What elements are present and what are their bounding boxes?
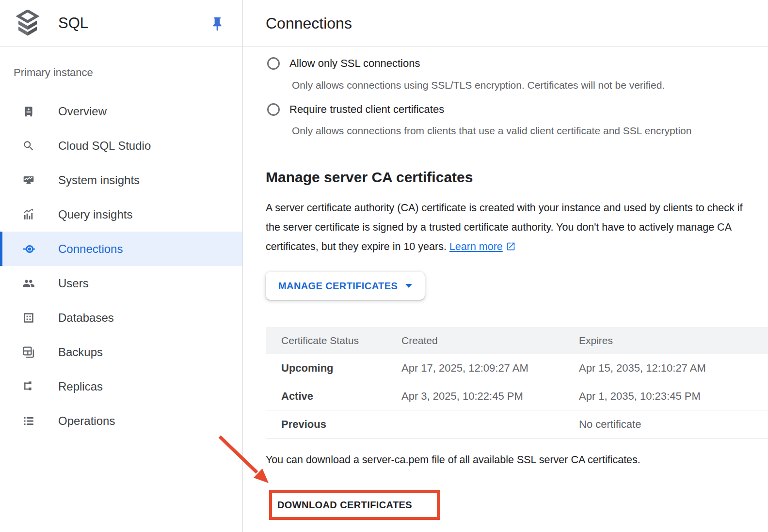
sidebar-header: SQL <box>0 0 242 47</box>
annotation-highlight-box: DOWNLOAD CERTIFICATES <box>269 490 440 520</box>
cert-expires: No certificate <box>579 418 768 431</box>
sidebar-item-label: Cloud SQL Studio <box>58 139 151 153</box>
query-insights-icon <box>22 208 35 221</box>
backups-icon <box>22 346 35 359</box>
cert-status: Upcoming <box>266 362 401 375</box>
table-row: Previous No certificate <box>266 410 768 438</box>
radio-description: Only allows connections from clients tha… <box>292 125 691 137</box>
manage-certificates-button[interactable]: MANAGE CERTIFICATES <box>266 272 425 300</box>
system-insights-icon <box>22 174 35 187</box>
main-content: Connections Allow only SSL connections O… <box>243 0 768 532</box>
open-in-new-icon <box>506 241 516 251</box>
cloud-sql-logo-icon <box>15 10 41 37</box>
sidebar-item-operations[interactable]: Operations <box>0 404 242 438</box>
cert-expires: Apr 15, 2035, 12:10:27 AM <box>579 362 768 375</box>
sidebar-item-label: Users <box>58 277 89 290</box>
column-header-expires: Expires <box>579 335 768 346</box>
cloud-sql-connections-page: { "app": { "title": "SQL" }, "sidebar": … <box>0 0 768 532</box>
sidebar-item-users[interactable]: Users <box>0 266 242 300</box>
cert-created: Apr 17, 2025, 12:09:27 AM <box>401 362 579 375</box>
databases-icon <box>22 312 35 324</box>
sidebar-item-databases[interactable]: Databases <box>0 300 242 335</box>
sidebar-item-replicas[interactable]: Replicas <box>0 369 242 404</box>
sidebar-item-label: Replicas <box>58 380 103 393</box>
download-note: You can download a server-ca.pem file of… <box>266 454 640 466</box>
sidebar: SQL Primary instance Overview <box>0 0 243 532</box>
table-header-row: Certificate Status Created Expires <box>266 327 768 354</box>
sidebar-item-label: Overview <box>58 105 107 118</box>
download-certificates-button[interactable]: DOWNLOAD CERTIFICATES <box>272 493 437 517</box>
table-row: Upcoming Apr 17, 2025, 12:09:27 AM Apr 1… <box>266 354 768 382</box>
radio-circle-icon[interactable] <box>267 57 280 70</box>
sidebar-nav: Overview Cloud SQL Studio System insight… <box>0 94 242 438</box>
sidebar-item-cloud-sql-studio[interactable]: Cloud SQL Studio <box>0 128 242 163</box>
cert-created: Apr 3, 2025, 10:22:45 PM <box>401 390 579 403</box>
sidebar-item-backups[interactable]: Backups <box>0 335 242 369</box>
column-header-status: Certificate Status <box>266 335 401 346</box>
sidebar-item-query-insights[interactable]: Query insights <box>0 197 242 232</box>
app-title: SQL <box>58 15 88 32</box>
replicas-icon <box>22 380 35 393</box>
learn-more-link[interactable]: Learn more <box>449 241 516 252</box>
radio-require-trusted-certs[interactable]: Require trusted client certificates <box>267 103 444 116</box>
manage-ca-heading: Manage server CA certificates <box>266 169 473 186</box>
page-title: Connections <box>266 15 352 32</box>
sidebar-item-label: Query insights <box>58 208 132 221</box>
page-header: Connections <box>243 0 768 47</box>
column-header-created: Created <box>401 335 579 346</box>
sidebar-item-label: Operations <box>58 414 115 428</box>
sidebar-item-label: Backups <box>58 345 103 359</box>
users-icon <box>22 277 35 290</box>
sidebar-section-label: Primary instance <box>14 66 242 79</box>
radio-description: Only allows connections using SSL/TLS en… <box>292 79 665 91</box>
operations-icon <box>22 415 35 427</box>
pin-icon[interactable] <box>209 16 225 32</box>
overview-icon <box>22 105 35 118</box>
radio-circle-icon[interactable] <box>267 103 280 116</box>
radio-label: Require trusted client certificates <box>289 103 444 116</box>
cert-status: Previous <box>266 418 401 431</box>
cert-status: Active <box>266 390 401 403</box>
manage-ca-description: A server certificate authority (CA) cert… <box>266 198 754 256</box>
sidebar-item-label: Databases <box>58 311 114 325</box>
cert-expires: Apr 1, 2035, 10:23:45 PM <box>579 390 768 403</box>
sidebar-item-label: System insights <box>58 173 140 187</box>
sidebar-item-overview[interactable]: Overview <box>0 94 242 128</box>
radio-label: Allow only SSL connections <box>289 57 420 70</box>
sidebar-item-connections[interactable]: Connections <box>0 232 242 266</box>
table-row: Active Apr 3, 2025, 10:22:45 PM Apr 1, 2… <box>266 382 768 410</box>
sidebar-item-label: Connections <box>58 242 123 256</box>
dropdown-caret-icon <box>405 284 412 288</box>
connections-icon <box>22 243 35 255</box>
certificates-table: Certificate Status Created Expires Upcom… <box>266 327 768 438</box>
radio-allow-only-ssl[interactable]: Allow only SSL connections <box>267 57 420 70</box>
search-icon <box>22 140 35 152</box>
sidebar-item-system-insights[interactable]: System insights <box>0 163 242 197</box>
